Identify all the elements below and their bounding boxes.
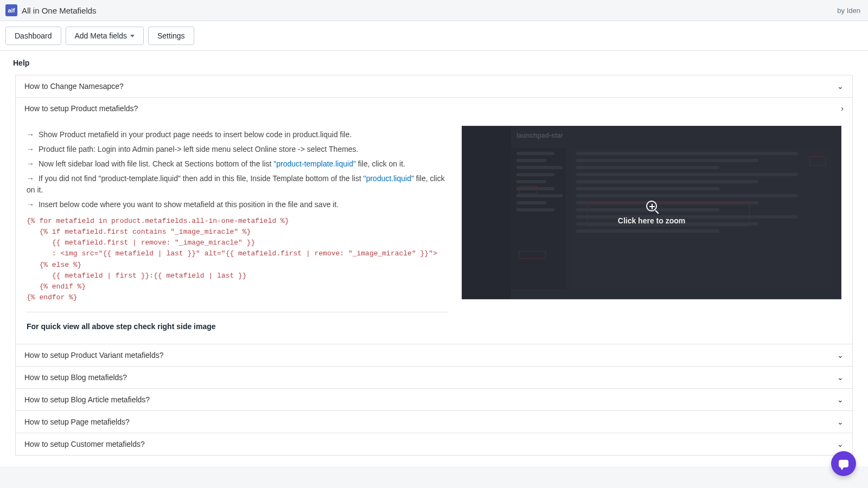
arrow-icon: → xyxy=(27,145,34,153)
zoom-panel[interactable]: launchpad-star Click here to zoom xyxy=(462,126,841,299)
add-meta-fields-button[interactable]: Add Meta fields xyxy=(66,27,144,45)
step-text-pre: If you did not find "product-template.li… xyxy=(39,174,363,183)
step-text: Insert below code where you want to show… xyxy=(39,200,339,209)
code-block: {% for metafield in product.metafields.a… xyxy=(27,216,449,312)
note: For quick view all above step check righ… xyxy=(27,322,449,331)
accordion-body: → Show Product metafield in your product… xyxy=(16,119,852,344)
chevron-down-icon: ⌄ xyxy=(837,373,844,382)
step: → Insert below code where you want to sh… xyxy=(27,199,449,210)
accordion-header[interactable]: How to setup Product metafields? › xyxy=(16,98,852,119)
accordion-header[interactable]: How to setup Page metafields? ⌄ xyxy=(16,411,852,433)
navbar: Dashboard Add Meta fields Settings xyxy=(0,21,868,51)
accordion-item-page: How to setup Page metafields? ⌄ xyxy=(15,411,853,433)
chevron-down-icon: ⌄ xyxy=(837,395,844,404)
accordion-title: How to setup Product metafields? xyxy=(24,104,138,113)
accordion-item-variant: How to setup Product Variant metafields?… xyxy=(15,344,853,367)
chevron-down-icon: ⌄ xyxy=(837,418,844,426)
dashboard-button[interactable]: Dashboard xyxy=(5,27,61,45)
content: Help How to Change Namesapce? ⌄ How to s… xyxy=(0,51,868,466)
accordion-header[interactable]: How to setup Product Variant metafields?… xyxy=(16,344,852,366)
arrow-icon: → xyxy=(27,159,34,168)
accordion-item-namespace: How to Change Namesapce? ⌄ xyxy=(15,75,853,98)
chat-icon xyxy=(839,460,848,466)
accordion-header[interactable]: How to setup Blog Article metafields? ⌄ xyxy=(16,389,852,410)
arrow-icon: → xyxy=(27,130,34,139)
chevron-down-icon: ⌄ xyxy=(837,351,844,359)
accordion-title: How to setup Product Variant metafields? xyxy=(24,351,164,359)
zoom-in-icon xyxy=(646,201,657,211)
zoom-overlay: Click here to zoom xyxy=(618,201,685,225)
page-title: Help xyxy=(0,51,868,75)
step: → Show Product metafield in your product… xyxy=(27,129,449,140)
accordion-header[interactable]: How to setup Customer metafields? ⌄ xyxy=(16,433,852,455)
accordion-title: How to setup Page metafields? xyxy=(24,418,130,426)
step-text-pre: Now left sidebar load with file list. Ch… xyxy=(39,159,273,168)
accordion-list: How to Change Namesapce? ⌄ How to setup … xyxy=(0,75,868,466)
accordion-item-blog: How to setup Blog metafields? ⌄ xyxy=(15,367,853,389)
accordion-title: How to setup Blog Article metafields? xyxy=(24,395,150,404)
file-link[interactable]: "product.liquid" xyxy=(363,174,414,183)
zoom-label: Click here to zoom xyxy=(618,216,685,225)
accordion-item-customer: How to setup Customer metafields? ⌄ xyxy=(15,433,853,455)
caret-down-icon xyxy=(130,35,135,37)
accordion-title: How to setup Blog metafields? xyxy=(24,373,127,382)
settings-button[interactable]: Settings xyxy=(148,27,194,45)
step-text: Show Product metafield in your product p… xyxy=(39,130,352,139)
accordion-title: How to Change Namesapce? xyxy=(24,82,124,91)
chevron-down-icon: ⌄ xyxy=(837,440,844,448)
arrow-icon: → xyxy=(27,174,34,183)
accordion-header[interactable]: How to setup Blog metafields? ⌄ xyxy=(16,367,852,388)
step: → Now left sidebar load with file list. … xyxy=(27,158,449,170)
accordion-text: → Show Product metafield in your product… xyxy=(27,126,449,331)
file-link[interactable]: "product-template.liquid" xyxy=(273,159,356,168)
add-meta-fields-label: Add Meta fields xyxy=(75,31,127,40)
accordion-header[interactable]: How to Change Namesapce? ⌄ xyxy=(16,75,852,97)
mock-theme-title: launchpad-star xyxy=(516,132,563,139)
topbar: aif All in One Metafields by Iden xyxy=(0,0,868,21)
step-text: Product file path: Login into Admin pane… xyxy=(39,145,359,153)
accordion-title: How to setup Customer metafields? xyxy=(24,440,145,448)
accordion-item-blog-article: How to setup Blog Article metafields? ⌄ xyxy=(15,389,853,411)
app-title: All in One Metafields xyxy=(22,6,97,15)
app-logo: aif xyxy=(5,4,17,16)
arrow-icon: → xyxy=(27,200,34,209)
accordion-item-product: How to setup Product metafields? › → Sho… xyxy=(15,98,853,344)
by-author: by Iden xyxy=(837,7,860,15)
step: → If you did not find "product-template.… xyxy=(27,173,449,196)
step: → Product file path: Login into Admin pa… xyxy=(27,144,449,155)
chevron-down-icon: ⌄ xyxy=(837,82,844,91)
step-text-post: file, click on it. xyxy=(358,159,405,168)
topbar-left: aif All in One Metafields xyxy=(5,4,97,16)
chevron-right-icon: › xyxy=(841,104,844,113)
